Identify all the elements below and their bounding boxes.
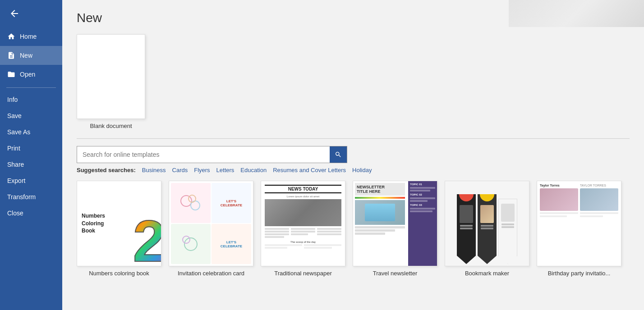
- main-content: New Blank document Suggested searches: B…: [62, 0, 644, 310]
- search-bar: [77, 146, 347, 163]
- template-card-newsletter[interactable]: NEWSLETTERTITLE HERE TOPIC 0: [353, 181, 437, 277]
- sidebar-item-info[interactable]: Info: [0, 91, 62, 108]
- new-doc-icon: [7, 51, 15, 59]
- page-title: New: [77, 11, 630, 25]
- template-card-newspaper[interactable]: NEWS TODAY Lorem ipsum dolor sit amet: [261, 181, 345, 277]
- template-label: Travel newsletter: [373, 270, 418, 277]
- template-label: Birthday party invitatio...: [548, 270, 611, 277]
- search-input[interactable]: [77, 147, 330, 162]
- template-thumb: LET'SCELEBRATE LET'SCELEBRATE: [169, 181, 253, 266]
- template-thumb: NEWS TODAY Lorem ipsum dolor sit amet: [261, 181, 345, 266]
- sidebar-item-open[interactable]: Open: [0, 65, 62, 84]
- home-icon: [7, 32, 15, 41]
- sidebar: Home New Open Info Save Save As Print Sh…: [0, 0, 62, 310]
- sidebar-item-home[interactable]: Home: [0, 27, 62, 46]
- sidebar-item-save-as[interactable]: Save As: [0, 124, 62, 140]
- suggested-label: Suggested searches:: [77, 167, 136, 173]
- sidebar-item-save[interactable]: Save: [0, 108, 62, 124]
- template-thumb: NumbersColoringBook 2: [77, 181, 161, 266]
- blank-doc-section: Blank document: [77, 34, 630, 129]
- sidebar-item-label: New: [20, 52, 32, 59]
- sidebar-item-new[interactable]: New: [0, 46, 62, 65]
- template-label: Bookmark maker: [465, 270, 509, 277]
- suggested-education[interactable]: Education: [240, 167, 267, 173]
- svg-point-3: [184, 238, 197, 251]
- sidebar-item-label: Home: [20, 33, 37, 40]
- blank-doc-card[interactable]: Blank document: [77, 34, 145, 129]
- sidebar-item-transform[interactable]: Transform: [0, 189, 62, 205]
- sidebar-item-share[interactable]: Share: [0, 156, 62, 173]
- ncb-text: NumbersColoringBook: [82, 212, 105, 235]
- sidebar-divider: [6, 87, 56, 88]
- template-thumb: Taylor Torres TAYLOR TORRES: [537, 181, 621, 266]
- suggested-letters[interactable]: Letters: [216, 167, 235, 173]
- template-thumb: NEWSLETTERTITLE HERE TOPIC 0: [353, 181, 437, 266]
- folder-icon: [7, 70, 15, 78]
- blank-doc-preview: [77, 34, 145, 119]
- sidebar-item-label: Open: [20, 71, 35, 78]
- svg-point-2: [189, 195, 196, 202]
- sidebar-item-close[interactable]: Close: [0, 205, 62, 221]
- search-section: Suggested searches: Business Cards Flyer…: [77, 146, 630, 173]
- section-divider: [77, 138, 630, 139]
- search-icon: [335, 151, 342, 158]
- template-card-numbers-coloring-book[interactable]: NumbersColoringBook 2 Numbers coloring b…: [77, 181, 161, 277]
- suggested-business[interactable]: Business: [142, 167, 166, 173]
- suggested-searches: Suggested searches: Business Cards Flyer…: [77, 167, 630, 173]
- sidebar-item-export[interactable]: Export: [0, 173, 62, 189]
- template-thumb: [445, 181, 529, 266]
- template-card-bookmark[interactable]: Bookmark maker: [445, 181, 529, 277]
- template-card-birthday[interactable]: Taylor Torres TAYLOR TORRES Birthday par…: [537, 181, 621, 277]
- suggested-resumes[interactable]: Resumes and Cover Letters: [273, 167, 346, 173]
- search-button[interactable]: [330, 146, 347, 163]
- templates-grid: NumbersColoringBook 2 Numbers coloring b…: [77, 181, 630, 277]
- suggested-cards[interactable]: Cards: [172, 167, 188, 173]
- template-label: Traditional newspaper: [274, 270, 331, 277]
- template-card-invitation[interactable]: LET'SCELEBRATE LET'SCELEBRATE Invitation…: [169, 181, 253, 277]
- suggested-holiday[interactable]: Holiday: [352, 167, 372, 173]
- svg-point-0: [181, 196, 192, 206]
- template-label: Invitation celebration card: [178, 270, 244, 277]
- back-button[interactable]: [5, 5, 23, 23]
- sidebar-item-print[interactable]: Print: [0, 140, 62, 156]
- suggested-flyers[interactable]: Flyers: [194, 167, 210, 173]
- blank-doc-label: Blank document: [90, 123, 132, 129]
- template-label: Numbers coloring book: [89, 270, 149, 277]
